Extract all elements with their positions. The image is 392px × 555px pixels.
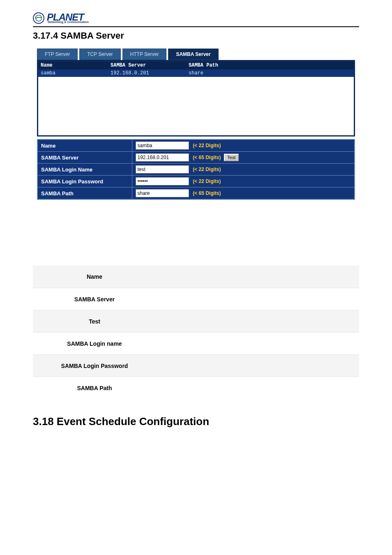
hint-text: (< 65 Digits) [193, 190, 221, 196]
test-button[interactable]: Test [224, 154, 239, 161]
samba-login-name-input[interactable] [136, 165, 189, 173]
table-row: Test [33, 310, 359, 332]
section-heading-samba: 3.17.4 SAMBA Server [33, 30, 359, 41]
list-item[interactable]: samba 192.168.0.201 share [38, 69, 354, 77]
form-row-name: Name (< 22 Digits) [37, 139, 355, 152]
form-label: SAMBA Login Password [37, 176, 132, 187]
desc-label-samba-path: SAMBA Path [41, 385, 148, 391]
form-label: SAMBA Server [37, 152, 132, 164]
samba-server-input[interactable] [136, 153, 189, 162]
tab-http-server[interactable]: HTTP Server [122, 49, 167, 60]
hint-text: (< 65 Digits) [193, 155, 221, 160]
form-row-login-password: SAMBA Login Password (< 22 Digits) [37, 176, 355, 187]
hint-text: (< 22 Digits) [193, 143, 221, 148]
hint-text: (< 22 Digits) [193, 178, 221, 184]
samba-login-password-input[interactable] [136, 177, 189, 185]
tab-ftp-server[interactable]: FTP Server [37, 49, 78, 60]
server-list-header: Name SAMBA Server SAMBA Path [38, 61, 354, 69]
form-label: Name [37, 139, 132, 152]
table-row: SAMBA Login Password [33, 354, 359, 377]
table-row: SAMBA Path [33, 377, 359, 399]
server-tabs: FTP Server TCP Server HTTP Server SAMBA … [37, 49, 359, 60]
samba-config-window: FTP Server TCP Server HTTP Server SAMBA … [33, 49, 359, 249]
form-row-server: SAMBA Server (< 65 Digits) Test [37, 152, 355, 164]
description-table: Name SAMBA Server Test SAMBA Login name … [33, 266, 359, 399]
logo: PLANET Networking & Communication [33, 12, 359, 24]
list-header-server: SAMBA Server [111, 62, 189, 68]
logo-text: PLANET [47, 13, 89, 22]
table-row: Name [33, 266, 359, 288]
samba-form: Name (< 22 Digits) SAMBA Server (< 65 Di… [37, 139, 355, 200]
form-label: SAMBA Path [37, 187, 132, 200]
desc-label-name: Name [41, 273, 148, 280]
name-input[interactable] [136, 141, 189, 150]
samba-path-input[interactable] [136, 189, 189, 197]
form-row-login-name: SAMBA Login Name (< 22 Digits) [37, 164, 355, 176]
table-row: SAMBA Login name [33, 332, 359, 354]
list-header-path: SAMBA Path [189, 62, 351, 68]
logo-subtitle: Networking & Communication [48, 21, 89, 23]
form-row-path: SAMBA Path (< 65 Digits) [37, 187, 355, 200]
form-label: SAMBA Login Name [37, 164, 132, 176]
server-list-body[interactable]: samba 192.168.0.201 share [38, 69, 354, 135]
desc-label-samba-server: SAMBA Server [41, 296, 148, 303]
desc-label-test: Test [41, 318, 148, 325]
server-list-panel: Name SAMBA Server SAMBA Path samba 192.1… [37, 60, 355, 136]
list-header-name: Name [41, 62, 111, 68]
table-row: SAMBA Server [33, 288, 359, 310]
section-heading-event-schedule: 3.18 Event Schedule Configuration [33, 415, 359, 428]
desc-label-login-name: SAMBA Login name [41, 340, 148, 347]
list-cell-name: samba [41, 70, 111, 76]
list-cell-path: share [189, 70, 351, 76]
header-divider [33, 26, 359, 27]
planet-globe-icon [33, 12, 44, 24]
hint-text: (< 22 Digits) [193, 166, 221, 172]
tab-tcp-server[interactable]: TCP Server [79, 49, 120, 60]
tab-samba-server[interactable]: SAMBA Server [168, 49, 218, 60]
desc-label-login-password: SAMBA Login Password [41, 363, 148, 369]
list-cell-server: 192.168.0.201 [111, 70, 189, 76]
